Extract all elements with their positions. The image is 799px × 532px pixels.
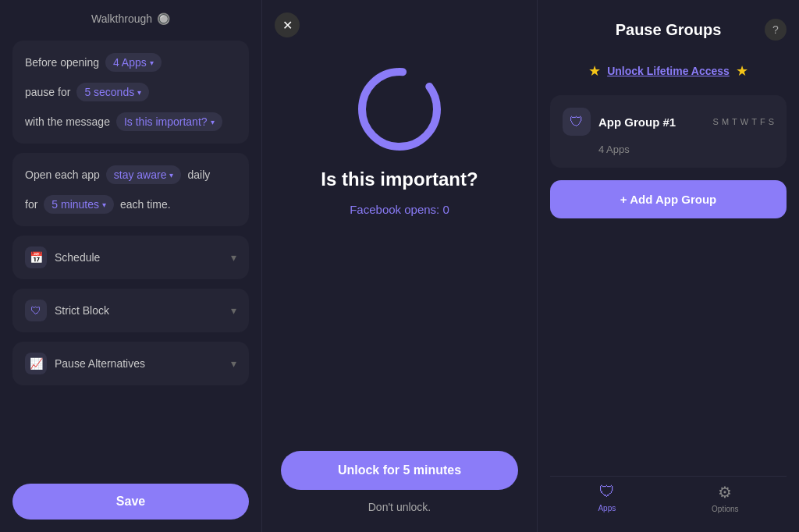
pause-alt-left: 📈 Pause Alternatives [25, 353, 145, 374]
unlock-5min-button[interactable]: Unlock for 5 minutes [281, 451, 518, 490]
app-group-left: 🛡 App Group #1 [563, 108, 676, 136]
pause-alt-icon: 📈 [25, 353, 47, 374]
message-dropdown-arrow: ▾ [211, 118, 215, 126]
nav-apps-icon: 🛡 [599, 483, 615, 501]
save-button[interactable]: Save [12, 484, 249, 520]
schedule-left: 📅 Schedule [25, 246, 100, 268]
unlock-lifetime-button[interactable]: Unlock Lifetime Access [607, 65, 730, 77]
strict-block-icon: 🛡 [25, 300, 47, 321]
close-button[interactable]: ✕ [275, 12, 300, 37]
settings-card-1: Before opening 4 Apps ▾ pause for 5 seco… [12, 41, 249, 144]
message-label: with the message [25, 115, 110, 128]
day-s1: S [713, 117, 719, 126]
nav-options-icon: ⚙ [718, 483, 732, 502]
app-group-card[interactable]: 🛡 App Group #1 S M T W T F S 4 Apps [550, 95, 787, 168]
before-opening-row: Before opening 4 Apps ▾ [25, 53, 236, 72]
minutes-dropdown[interactable]: 5 minutes ▾ [44, 195, 114, 214]
minutes-arrow: ▾ [102, 200, 106, 209]
center-title: Is this important? [321, 168, 478, 190]
svg-point-0 [362, 72, 437, 147]
pause-alt-row[interactable]: 📈 Pause Alternatives ▾ [12, 342, 249, 385]
stay-aware-dropdown[interactable]: stay aware ▾ [106, 165, 182, 184]
left-panel: Walkthrough 🔘 Before opening 4 Apps ▾ pa… [0, 0, 261, 532]
center-content: Is this important? Facebook opens: 0 [321, 62, 478, 216]
for-row: for 5 minutes ▾ each time. [25, 195, 236, 214]
add-app-group-button[interactable]: + Add App Group [550, 180, 787, 218]
seconds-dropdown-arrow: ▾ [137, 88, 141, 97]
center-subtitle: Facebook opens: 0 [350, 203, 449, 216]
center-actions: Unlock for 5 minutes Don't unlock. [281, 451, 518, 513]
strict-block-left: 🛡 Strict Block [25, 300, 109, 321]
pause-groups-title: Pause Groups [616, 21, 722, 39]
help-button[interactable]: ? [765, 19, 787, 41]
stay-aware-arrow: ▾ [169, 171, 173, 179]
info-icon: 🔘 [157, 12, 170, 25]
right-header: Pause Groups ? [550, 12, 787, 47]
open-each-label: Open each app [25, 168, 100, 181]
pause-for-label: pause for [25, 86, 70, 98]
app-group-top: 🛡 App Group #1 S M T W T F S [563, 108, 774, 136]
each-time-label: each time. [120, 198, 171, 211]
settings-card-2: Open each app stay aware ▾ daily for 5 m… [12, 153, 249, 226]
day-s2: S [769, 117, 774, 126]
schedule-label: Schedule [55, 251, 100, 264]
day-f: F [760, 117, 765, 126]
unlock-lifetime-row: ★ Unlock Lifetime Access ★ [550, 59, 787, 83]
nav-options-label: Options [712, 505, 738, 513]
strict-block-row[interactable]: 🛡 Strict Block ▾ [12, 289, 249, 332]
walkthrough-header: Walkthrough 🔘 [12, 12, 249, 31]
days-row: S M T W T F S [713, 117, 774, 126]
star-left-icon: ★ [588, 62, 601, 80]
pause-alt-label: Pause Alternatives [55, 357, 145, 370]
strict-block-chevron: ▾ [231, 304, 236, 317]
walkthrough-label: Walkthrough [91, 12, 152, 25]
message-row: with the message Is this important? ▾ [25, 112, 236, 131]
right-panel: Pause Groups ? ★ Unlock Lifetime Access … [538, 0, 799, 532]
nav-apps[interactable]: 🛡 Apps [598, 483, 616, 513]
apps-dropdown-arrow: ▾ [150, 59, 154, 67]
seconds-dropdown[interactable]: 5 seconds ▾ [76, 83, 149, 101]
zen-circle-icon [353, 62, 446, 156]
day-w: W [740, 117, 748, 126]
open-each-app-row: Open each app stay aware ▾ daily [25, 165, 236, 184]
for-label: for [25, 198, 37, 211]
nav-apps-label: Apps [598, 504, 616, 512]
before-opening-label: Before opening [25, 56, 99, 69]
pause-for-row: pause for 5 seconds ▾ [25, 83, 236, 101]
pause-alt-chevron: ▾ [231, 357, 236, 370]
star-right-icon: ★ [736, 62, 748, 80]
app-group-name: App Group #1 [598, 115, 676, 129]
day-t1: T [732, 117, 737, 126]
schedule-row[interactable]: 📅 Schedule ▾ [12, 236, 249, 279]
app-group-count: 4 Apps [563, 144, 774, 155]
day-m: M [722, 117, 729, 126]
day-t2: T [751, 117, 757, 126]
strict-block-label: Strict Block [55, 304, 109, 317]
bottom-nav: 🛡 Apps ⚙ Options [550, 476, 787, 520]
dont-unlock-button[interactable]: Don't unlock. [368, 501, 431, 513]
apps-dropdown[interactable]: 4 Apps ▾ [105, 53, 162, 72]
schedule-chevron: ▾ [231, 251, 236, 264]
daily-label: daily [187, 168, 210, 181]
center-panel: ✕ Is this important? Facebook opens: 0 U… [261, 0, 538, 532]
schedule-icon: 📅 [25, 246, 47, 268]
nav-options[interactable]: ⚙ Options [712, 483, 738, 513]
app-group-shield-icon: 🛡 [563, 108, 591, 136]
message-dropdown[interactable]: Is this important? ▾ [116, 112, 222, 131]
